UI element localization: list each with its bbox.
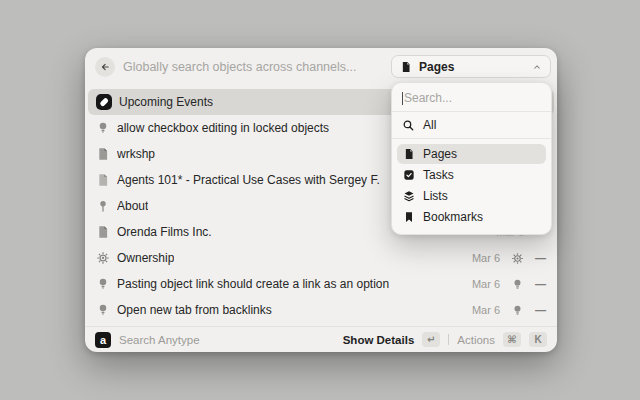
menu-item-label: Tasks bbox=[423, 168, 454, 182]
menu-item-tasks[interactable]: Tasks bbox=[397, 165, 546, 185]
result-title: About bbox=[117, 199, 148, 213]
lightbulb-icon bbox=[96, 303, 110, 317]
bookmark-icon bbox=[403, 211, 415, 223]
result-row[interactable]: Pasting object link should create a link… bbox=[88, 271, 554, 297]
show-details-button[interactable]: Show Details bbox=[343, 334, 415, 346]
empty-value-dash: — bbox=[535, 305, 546, 316]
anytype-logo-icon: a bbox=[95, 332, 111, 348]
divider bbox=[448, 334, 449, 345]
pin-icon bbox=[96, 199, 110, 213]
layers-icon bbox=[403, 190, 415, 202]
type-filter-button[interactable]: Pages bbox=[391, 55, 551, 78]
result-title: Ownership bbox=[117, 251, 174, 265]
page-gray-icon bbox=[96, 173, 110, 187]
menu-item-pages[interactable]: Pages bbox=[397, 144, 546, 164]
empty-value-dash: — bbox=[535, 279, 546, 290]
menu-item-lists[interactable]: Lists bbox=[397, 186, 546, 206]
lightbulb-icon bbox=[96, 277, 110, 291]
menu-item-all[interactable]: All bbox=[392, 112, 551, 138]
chevron-up-icon bbox=[532, 62, 542, 72]
type-filter-value: Pages bbox=[419, 60, 525, 74]
result-meta: Mar 6 — bbox=[472, 304, 546, 317]
gear-icon bbox=[96, 251, 110, 265]
search-window: Globally search objects across channels.… bbox=[85, 48, 557, 352]
lightbulb-icon bbox=[511, 278, 524, 291]
result-row[interactable]: Ownership Mar 6 — bbox=[88, 245, 554, 271]
empty-value-dash: — bbox=[535, 253, 546, 264]
menu-item-label: Pages bbox=[423, 147, 457, 161]
result-row[interactable]: Open new tab from backlinks Mar 6 — bbox=[88, 297, 554, 323]
page-gray-icon bbox=[96, 225, 110, 239]
desktop: Globally search objects across channels.… bbox=[0, 0, 640, 400]
page-icon bbox=[400, 61, 412, 73]
task-checkbox-icon bbox=[403, 169, 415, 181]
result-date: Mar 6 bbox=[472, 278, 500, 290]
global-search-input[interactable]: Globally search objects across channels.… bbox=[123, 60, 356, 74]
result-meta: Mar 6 — bbox=[472, 252, 546, 265]
menu-item-label: Lists bbox=[423, 189, 448, 203]
menu-type-group: Pages Tasks Lists bbox=[392, 139, 551, 227]
gear-icon bbox=[511, 252, 524, 265]
page-gray-icon bbox=[96, 147, 110, 161]
result-title: Agents 101* - Practical Use Cases with S… bbox=[117, 173, 380, 187]
result-meta: Mar 6 — bbox=[472, 278, 546, 291]
result-title: wrkshp bbox=[117, 147, 155, 161]
space-icon bbox=[96, 94, 112, 110]
text-cursor bbox=[402, 92, 403, 105]
result-title: Open new tab from backlinks bbox=[117, 303, 272, 317]
arrow-left-icon bbox=[99, 61, 111, 73]
result-date: Mar 6 bbox=[472, 252, 500, 264]
menu-item-label: Bookmarks bbox=[423, 210, 483, 224]
lightbulb-icon bbox=[96, 121, 110, 135]
cmd-key-badge: ⌘ bbox=[503, 332, 521, 347]
menu-item-bookmarks[interactable]: Bookmarks bbox=[397, 207, 546, 227]
search-bar: Globally search objects across channels.… bbox=[85, 48, 557, 86]
back-button[interactable] bbox=[95, 57, 115, 77]
result-title: allow checkbox editing in locked objects bbox=[117, 121, 329, 135]
enter-key-badge: ↵ bbox=[422, 332, 440, 347]
menu-search-input[interactable]: Search... bbox=[392, 83, 551, 111]
result-title: Orenda Films Inc. bbox=[117, 225, 212, 239]
page-icon bbox=[403, 148, 415, 160]
lightbulb-icon bbox=[511, 304, 524, 317]
result-title: Pasting object link should create a link… bbox=[117, 277, 389, 291]
menu-item-label: All bbox=[423, 118, 436, 132]
search-icon bbox=[402, 119, 415, 132]
k-key-badge: K bbox=[529, 332, 547, 347]
actions-button[interactable]: Actions bbox=[457, 334, 495, 346]
footer-bar: a Search Anytype Show Details ↵ Actions … bbox=[85, 326, 557, 352]
result-date: Mar 6 bbox=[472, 304, 500, 316]
type-filter-menu: Search... All Pages bbox=[391, 82, 552, 235]
footer-app-label: Search Anytype bbox=[119, 334, 200, 346]
result-title: Upcoming Events bbox=[119, 95, 213, 109]
